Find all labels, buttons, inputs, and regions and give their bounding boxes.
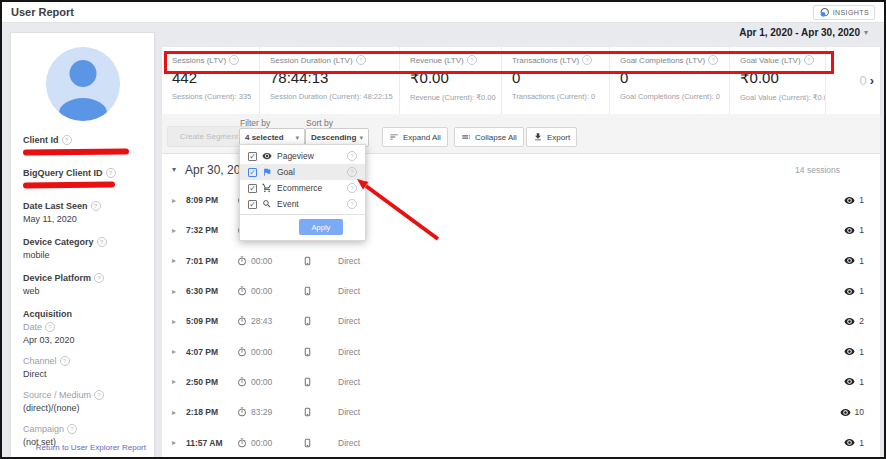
metric-value: 442 <box>172 69 259 86</box>
metrics-scorecard: Sessions (LTV)? 442 Sessions (Current): … <box>162 47 880 114</box>
insights-button[interactable]: INSIGHTS <box>813 5 875 20</box>
help-icon[interactable]: ? <box>804 55 814 65</box>
ecommerce-cart-icon <box>262 183 272 193</box>
event-icon <box>262 199 272 209</box>
collapse-all-icon <box>461 132 471 142</box>
sort-by-label: Sort by <box>306 118 333 128</box>
help-icon[interactable]: ? <box>106 168 116 178</box>
date-range-selector[interactable]: Apr 1, 2020 - Apr 30, 2020 ▾ <box>739 27 868 38</box>
row-expander-icon[interactable]: ▸ <box>172 287 186 296</box>
session-time: 8:09 PM <box>186 195 234 205</box>
metric-current: Sessions (Current): 335 <box>172 92 259 101</box>
row-expander-icon[interactable]: ▸ <box>172 408 186 417</box>
help-icon[interactable]: ? <box>229 55 239 65</box>
group-session-count: 14 sessions <box>795 165 840 175</box>
device-platform-value: web <box>23 286 142 296</box>
stopwatch-icon <box>237 407 247 417</box>
avatar <box>46 47 120 121</box>
pageview-count: 1 <box>859 347 864 357</box>
help-icon[interactable]: ? <box>708 55 718 65</box>
filter-select-value: 4 selected <box>245 133 284 142</box>
session-row[interactable]: ▸ 2:18 PM 83:29 Direct 10 <box>162 397 880 427</box>
export-button[interactable]: Export <box>526 127 577 147</box>
filter-option-ecommerce[interactable]: ✓ Ecommerce ? <box>240 180 365 196</box>
source-medium-value: (direct)/(none) <box>23 403 142 413</box>
session-source: Direct <box>338 256 360 266</box>
checkbox-checked[interactable]: ✓ <box>248 200 257 209</box>
session-row[interactable]: ▸ 6:30 PM 00:00 Direct 1 <box>162 276 880 306</box>
metric-session-duration-ltv: Session Duration (LTV)? 78:44:13 Session… <box>260 47 400 114</box>
help-icon[interactable]: ? <box>60 356 70 366</box>
filter-option-event[interactable]: ✓ Event ? <box>240 196 365 212</box>
metric-goal-completions-ltv: Goal Completions (LTV)? 0 Goal Completio… <box>610 47 730 114</box>
download-icon <box>533 132 543 142</box>
session-row[interactable]: ▸ 4:07 PM 00:00 Direct 1 <box>162 336 880 366</box>
session-duration: 00:00 <box>251 377 295 387</box>
mobile-device-icon <box>303 376 312 388</box>
stopwatch-icon <box>237 377 247 387</box>
filter-option-pageview[interactable]: ✓ Pageview ? <box>240 148 365 164</box>
help-icon[interactable]: ? <box>582 55 592 65</box>
return-to-user-explorer-link[interactable]: Return to User Explorer Report <box>36 443 146 452</box>
metric-sessions-ltv: Sessions (LTV)? 442 Sessions (Current): … <box>162 47 260 114</box>
metric-current: Revenue (Current): ₹0.00 <box>410 93 501 102</box>
acquisition-date-value: Apr 03, 2020 <box>23 335 142 345</box>
metric-transactions-ltv: Transactions (LTV)? 0 Transactions (Curr… <box>502 47 610 114</box>
session-source: Direct <box>338 377 360 387</box>
metrics-next-chevron-icon[interactable]: › <box>870 73 874 88</box>
checkbox-checked[interactable]: ✓ <box>248 152 257 161</box>
help-icon[interactable]: ? <box>62 135 72 145</box>
metric-overflow-value: 0 <box>859 73 866 88</box>
help-icon[interactable]: ? <box>347 199 357 209</box>
pageview-eye-icon <box>262 151 272 161</box>
stopwatch-icon <box>237 438 247 448</box>
pageview-eye-icon <box>844 286 855 297</box>
session-duration: 00:00 <box>251 286 295 296</box>
metric-current: Transactions (Current): 0 <box>512 92 609 101</box>
collapse-all-button[interactable]: Collapse All <box>454 127 524 147</box>
top-bar: User Report INSIGHTS <box>2 2 884 23</box>
campaign-label: Campaign ? <box>23 424 142 434</box>
session-time: 7:32 PM <box>186 225 234 235</box>
expand-all-button[interactable]: Expand All <box>382 127 448 147</box>
session-row[interactable]: ▸ 11:57 AM 00:00 Direct 1 <box>162 427 880 457</box>
avatar-body <box>59 98 107 121</box>
pageview-count: 1 <box>859 225 864 235</box>
session-row[interactable]: ▸ 5:09 PM 28:43 Direct 2 <box>162 306 880 336</box>
help-icon[interactable]: ? <box>94 390 104 400</box>
filter-option-goal[interactable]: ✓ Goal ? <box>240 164 365 180</box>
session-row[interactable]: ▸ 2:50 PM 00:00 Direct 1 <box>162 367 880 397</box>
acquisition-section-label: Acquisition <box>23 309 142 319</box>
row-expander-icon[interactable]: ▸ <box>172 317 186 326</box>
help-icon[interactable]: ? <box>347 183 357 193</box>
help-icon[interactable]: ? <box>45 322 55 332</box>
row-expander-icon[interactable]: ▸ <box>172 226 186 235</box>
row-expander-icon[interactable]: ▸ <box>172 347 186 356</box>
bigquery-client-id-label: BigQuery Client ID ? <box>23 168 142 178</box>
metric-goal-value-ltv: Goal Value (LTV)? ₹0.00 Goal Value (Curr… <box>730 47 826 114</box>
pageview-count: 2 <box>859 316 864 326</box>
help-icon[interactable]: ? <box>356 55 366 65</box>
help-icon[interactable]: ? <box>67 424 77 434</box>
row-expander-icon[interactable]: ▸ <box>172 377 186 386</box>
help-icon[interactable]: ? <box>91 201 101 211</box>
checkbox-checked[interactable]: ✓ <box>248 184 257 193</box>
checkbox-checked[interactable]: ✓ <box>248 168 257 177</box>
session-time: 5:09 PM <box>186 316 234 326</box>
help-icon[interactable]: ? <box>347 167 357 177</box>
row-expander-icon[interactable]: ▸ <box>172 256 186 265</box>
annotation-redaction-client-id <box>23 148 129 155</box>
row-expander-icon[interactable]: ▸ <box>172 196 186 205</box>
session-time: 2:50 PM <box>186 377 234 387</box>
session-row[interactable]: ▸ 7:01 PM 00:00 Direct 1 <box>162 246 880 276</box>
row-expander-icon[interactable]: ▸ <box>172 438 186 447</box>
apply-button[interactable]: Apply <box>299 219 343 235</box>
group-expander-icon[interactable]: ▾ <box>172 165 176 174</box>
help-icon[interactable]: ? <box>94 273 104 283</box>
annotation-redaction-bigquery-id <box>23 182 115 189</box>
session-source: Direct <box>338 316 360 326</box>
help-icon[interactable]: ? <box>347 151 357 161</box>
help-icon[interactable]: ? <box>467 55 477 65</box>
help-icon[interactable]: ? <box>97 237 107 247</box>
device-platform-label: Device Platform ? <box>23 273 142 283</box>
